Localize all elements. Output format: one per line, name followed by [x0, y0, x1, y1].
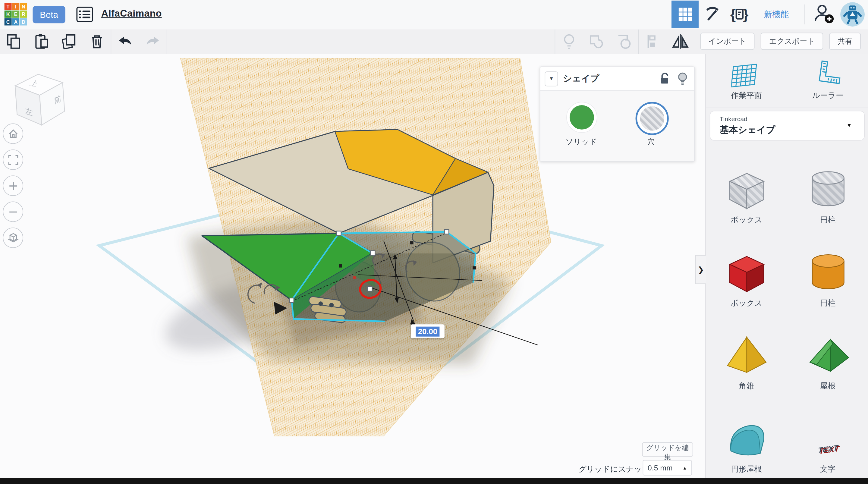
duplicate-button[interactable] — [56, 29, 83, 54]
ruler-icon — [812, 60, 843, 87]
zoom-in-button[interactable] — [3, 175, 23, 196]
undo-button[interactable] — [111, 29, 139, 54]
shape-label: ボックス — [731, 298, 762, 308]
library-caret-icon: ▼ — [846, 122, 852, 128]
logo-tile: A — [12, 19, 19, 26]
sidebar-divider — [706, 107, 868, 107]
svg-text:}: } — [743, 6, 748, 22]
view-nav-column — [3, 124, 24, 248]
paste-button[interactable] — [28, 29, 56, 54]
shape-tile-cylinder[interactable]: 円柱 — [787, 230, 868, 313]
shape-label: 円柱 — [820, 215, 835, 225]
light-preview-button[interactable] — [555, 29, 583, 54]
hole-label: 穴 — [618, 138, 684, 147]
home-view-button[interactable] — [3, 124, 23, 144]
snap-value-select[interactable]: 0.5 mm ▲ — [643, 460, 692, 475]
logo-tile: R — [20, 10, 27, 18]
import-button[interactable]: インポート — [700, 33, 755, 50]
perspective-toggle-button[interactable] — [3, 228, 23, 248]
align-button[interactable] — [639, 29, 666, 54]
svg-text:{: { — [730, 6, 736, 22]
snap-to-grid-label: グリッドにスナップ — [578, 464, 650, 474]
zoom-out-button[interactable] — [3, 202, 23, 222]
center-dot — [353, 276, 356, 279]
hole-swatch[interactable] — [636, 102, 669, 135]
shape-label: 円柱 — [820, 298, 835, 308]
design-title[interactable]: AlfaCaimano — [101, 8, 162, 20]
unlock-icon[interactable] — [659, 72, 671, 85]
shape-label: 角錐 — [739, 382, 754, 391]
codeblocks-icon[interactable]: { } — [726, 1, 753, 28]
invite-user-icon[interactable] — [812, 2, 835, 27]
view-cube[interactable]: 上 左 前 — [12, 71, 67, 130]
design-menu-icon[interactable] — [76, 7, 93, 22]
text-shape-icon: TEXT — [818, 443, 838, 454]
shape-tile-round-roof[interactable]: 円形屋根 — [706, 396, 787, 479]
hint-bulb-icon[interactable] — [678, 72, 687, 85]
logo-tile: T — [4, 3, 12, 10]
dimension-value[interactable]: 20.00 — [415, 326, 439, 336]
copy-icon — [7, 33, 21, 49]
panel-collapse-caret[interactable]: ▼ — [545, 71, 558, 86]
add-user-glyph — [812, 2, 835, 24]
ungroup-button[interactable] — [610, 29, 638, 54]
grid-glyph — [678, 7, 692, 22]
shape-library-select[interactable]: Tinkercad 基本シェイプ ▼ — [710, 111, 865, 141]
minecraft-pickaxe-icon[interactable] — [699, 1, 726, 28]
group-button[interactable] — [583, 29, 610, 54]
shape-tile-cylinder-hole[interactable]: 円柱 — [787, 147, 868, 230]
group-icon — [588, 33, 605, 49]
user-avatar[interactable] — [840, 2, 865, 27]
workplane-label: 作業平面 — [731, 91, 762, 101]
beta-badge[interactable]: Beta — [33, 6, 65, 23]
library-name: 基本シェイプ — [720, 124, 775, 136]
duplicate-icon — [61, 33, 77, 49]
mirror-button[interactable] — [666, 29, 694, 54]
dimension-input[interactable]: 20.00 — [411, 324, 444, 338]
codeblocks-glyph: { } — [730, 6, 749, 23]
shape-panel-body: ソリッド 穴 — [540, 91, 694, 161]
orange-cylinder-icon — [805, 249, 851, 295]
share-button[interactable]: 共有 — [829, 33, 861, 50]
redo-icon — [144, 35, 161, 48]
redo-button[interactable] — [139, 29, 167, 54]
shape-panel-title: シェイプ — [563, 73, 659, 85]
delete-button[interactable] — [83, 29, 111, 54]
striped-box-icon — [724, 167, 770, 212]
undo-icon — [117, 35, 133, 48]
logo-tile: N — [20, 3, 27, 10]
fit-view-button[interactable] — [3, 149, 23, 170]
toolbar-separator — [167, 29, 167, 54]
grid-view-icon[interactable] — [672, 1, 699, 28]
robot-avatar-glyph — [841, 3, 864, 25]
export-button[interactable]: エクスポート — [761, 33, 823, 50]
shape-tile-box[interactable]: ボックス — [706, 230, 787, 313]
workplane-tool[interactable]: 作業平面 — [706, 54, 787, 107]
shape-tile-roof[interactable]: 屋根 — [787, 313, 868, 396]
shape-tile-box-hole[interactable]: ボックス — [706, 147, 787, 230]
logo-tile: K — [4, 10, 12, 18]
yellow-pyramid-icon — [724, 333, 770, 378]
tinkercad-logo[interactable]: TINKERCAD — [4, 3, 27, 25]
solid-color-circle — [569, 104, 594, 130]
solid-swatch[interactable] — [566, 102, 597, 133]
shape-label: ボックス — [731, 215, 762, 225]
whats-new-link[interactable]: 新機能 — [761, 8, 792, 20]
edit-grid-button[interactable]: グリッドを編集 — [642, 443, 693, 457]
sidebar-collapse-chevron[interactable]: ❯ — [695, 255, 706, 284]
teal-round-roof-icon — [724, 416, 770, 461]
shape-tile-pyramid[interactable]: 角錐 — [706, 313, 787, 396]
align-icon — [645, 33, 660, 49]
snap-caret-icon: ▲ — [683, 465, 687, 471]
shape-label: 円形屋根 — [731, 464, 762, 474]
shape-tile-text[interactable]: TEXT 文字 — [787, 396, 868, 479]
edit-toolbar: インポート エクスポート 共有 — [0, 29, 868, 54]
ungroup-icon — [616, 33, 632, 49]
shape-label: 屋根 — [820, 382, 835, 391]
header-divider — [804, 4, 805, 24]
trash-icon — [90, 33, 104, 49]
copy-button[interactable] — [0, 29, 28, 54]
hole-striped-circle — [639, 106, 664, 131]
ruler-tool[interactable]: ルーラー — [787, 54, 868, 107]
pickaxe-glyph — [704, 6, 720, 23]
